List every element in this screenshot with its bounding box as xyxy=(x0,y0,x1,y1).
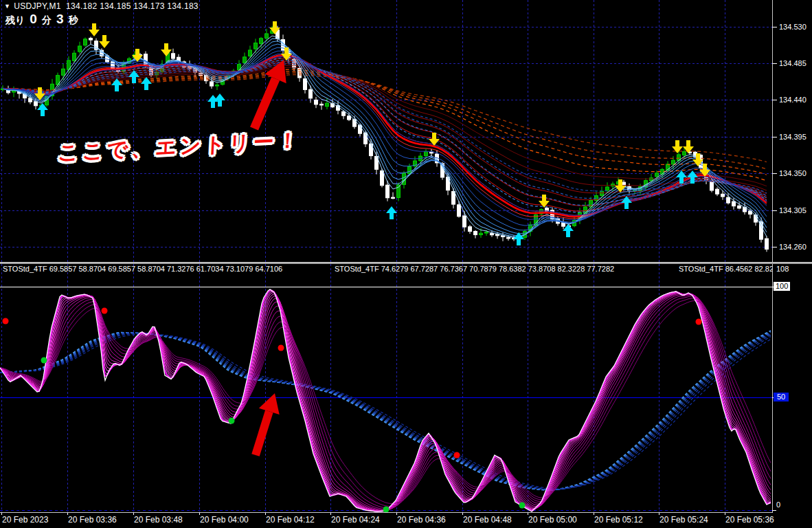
green-dot xyxy=(229,418,235,424)
red-dot xyxy=(454,452,460,459)
countdown-timer: 残り0分3秒 xyxy=(5,12,78,27)
timer-segment: 秒 xyxy=(68,14,78,25)
indicator-label-row: STOStd_4TF 69.5857 58.8704 69.5857 58.87… xyxy=(0,265,772,274)
mt4-chart-window: ▼USDJPY,M1 134.182 134.185 134.173 134.1… xyxy=(0,0,812,528)
time-axis-label: 20 Feb 05:36 xyxy=(725,515,774,525)
price-axis-label: 134.305 xyxy=(779,206,807,214)
timer-segment: 分 xyxy=(42,14,52,25)
time-axis-label: 20 Feb 03:36 xyxy=(68,515,117,525)
chart-title: ▼USDJPY,M1 134.182 134.185 134.173 134.1… xyxy=(4,1,199,11)
stoch-axis-label-108: 108 xyxy=(776,265,789,273)
stoch-white-line xyxy=(0,289,771,512)
time-axis-label: 20 Feb 04:48 xyxy=(463,515,512,525)
indicator-label: STOStd_4TF 74.6279 67.7287 76.7367 70.78… xyxy=(335,265,614,273)
red-dot xyxy=(102,308,108,314)
green-dot xyxy=(519,503,526,509)
timer-segment: 残り xyxy=(5,14,25,25)
entry-arrow-stoch xyxy=(256,393,280,455)
stoch-axis-label-0: 0 xyxy=(776,500,780,509)
buy-arrow-icon xyxy=(513,232,524,245)
sell-arrow-icon xyxy=(161,43,172,56)
stoch-blue-fan xyxy=(0,331,771,491)
price-axis-label: 134.485 xyxy=(779,59,807,67)
time-axis-label: 20 Feb 04:00 xyxy=(200,515,249,525)
price-axis-label: 134.440 xyxy=(779,96,807,104)
price-axis-label: 134.350 xyxy=(779,169,807,177)
buy-arrow-icon xyxy=(207,95,218,108)
time-axis-label: 20 Feb 05:00 xyxy=(528,515,577,525)
buy-arrow-icon xyxy=(386,206,397,219)
time-axis-label: 20 Feb 04:24 xyxy=(331,515,380,525)
stoch-panel-group xyxy=(0,264,772,513)
signal-arrows xyxy=(34,21,710,245)
indicator-label: STOStd_4TF 69.5857 58.8704 69.5857 58.87… xyxy=(3,265,282,273)
entry-arrow-main xyxy=(254,60,286,129)
symbol-timeframe: USDJPY,M1 xyxy=(14,1,61,11)
indicator-label: STOStd_4TF 86.4562 82.82 xyxy=(679,265,772,273)
timer-segment: 3 xyxy=(56,12,64,26)
price-axis-label: 134.530 xyxy=(779,23,807,31)
ohlc-quote: 134.182 134.185 134.173 134.183 xyxy=(66,1,199,11)
sell-arrow-icon xyxy=(99,35,110,48)
time-axis-label: 20 Feb 04:12 xyxy=(266,515,315,525)
green-dot xyxy=(383,507,390,513)
red-dot xyxy=(3,318,9,324)
time-axis-label: 20 Feb 2023 xyxy=(2,515,48,525)
buy-arrow-icon xyxy=(621,196,632,209)
time-axis-label: 20 Feb 05:12 xyxy=(594,515,643,525)
symbol-dropdown-icon[interactable]: ▼ xyxy=(4,3,10,10)
sell-arrow-icon xyxy=(89,23,100,36)
time-axis-label: 20 Feb 03:48 xyxy=(134,515,183,525)
price-grid xyxy=(0,0,772,262)
timer-segment: 0 xyxy=(30,12,37,26)
stoch-axis-label-100: 100 xyxy=(774,282,790,291)
stochastic-panel-canvas[interactable] xyxy=(0,264,812,513)
price-chart-canvas[interactable] xyxy=(0,0,812,263)
red-dot xyxy=(278,345,284,351)
price-axis-label: 134.395 xyxy=(779,133,807,141)
stoch-magenta-fan xyxy=(0,290,771,512)
time-axis-label: 20 Feb 04:36 xyxy=(397,515,446,525)
price-panel-group xyxy=(0,0,772,262)
time-axis-label: 20 Feb 05:24 xyxy=(659,515,708,525)
red-dot xyxy=(696,319,702,325)
stoch-axis-label-50: 50 xyxy=(774,393,789,402)
buy-arrow-icon xyxy=(141,77,152,90)
green-dot xyxy=(41,358,47,364)
buy-arrow-icon xyxy=(214,94,225,107)
price-axis-label: 134.260 xyxy=(779,243,807,251)
time-axis[interactable]: 20 Feb 202320 Feb 03:3620 Feb 03:4820 Fe… xyxy=(0,513,812,528)
